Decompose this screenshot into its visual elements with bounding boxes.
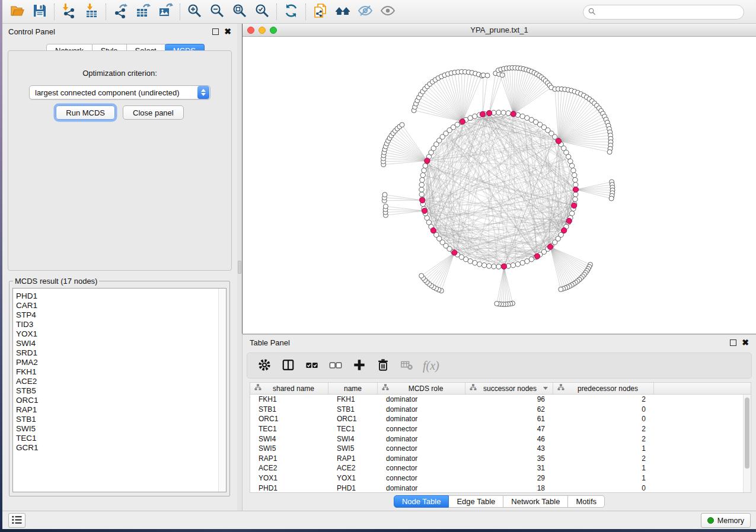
network-node[interactable]: [515, 262, 520, 267]
column-header-mcds-role[interactable]: MCDS role: [378, 383, 465, 394]
network-node[interactable]: [501, 110, 506, 115]
table-cell[interactable]: dominator: [378, 454, 465, 463]
network-node[interactable]: [419, 187, 424, 192]
table-scrollbar-thumb[interactable]: [745, 398, 749, 469]
network-node[interactable]: [607, 149, 612, 154]
table-cell[interactable]: SWI4: [328, 435, 378, 443]
mcds-result-item[interactable]: SWI4: [13, 339, 226, 348]
panel-splitter[interactable]: [237, 24, 242, 511]
close-panel-icon[interactable]: ✖: [224, 28, 231, 35]
mcds-result-item[interactable]: PHD1: [13, 291, 226, 301]
export-network-button[interactable]: [109, 2, 132, 21]
mcds-network-node[interactable]: [501, 264, 506, 269]
table-cell[interactable]: 29: [465, 474, 553, 482]
network-node[interactable]: [383, 204, 388, 209]
table-cell[interactable]: 31: [465, 464, 553, 472]
tab-edge-table[interactable]: Edge Table: [449, 495, 503, 508]
table-cell[interactable]: 2: [553, 425, 654, 433]
network-node[interactable]: [496, 110, 501, 115]
mcds-result-item[interactable]: GCR1: [13, 443, 226, 453]
mcds-result-item[interactable]: RAP1: [13, 405, 226, 415]
table-cell[interactable]: 1: [553, 444, 654, 453]
table-cell[interactable]: STB1: [328, 405, 378, 414]
table-cell[interactable]: SWI5: [328, 444, 378, 453]
table-cell[interactable]: 1: [553, 464, 654, 472]
table-scrollbar[interactable]: [743, 395, 751, 492]
fit-columns-button[interactable]: [278, 356, 298, 375]
mcds-network-node[interactable]: [534, 254, 540, 259]
mcds-result-item[interactable]: YOX1: [13, 329, 226, 339]
table-cell[interactable]: SWI4: [250, 435, 328, 443]
mcds-network-node[interactable]: [511, 111, 516, 117]
table-cell[interactable]: 35: [465, 454, 553, 463]
table-cell[interactable]: 0: [553, 484, 654, 492]
mcds-result-item[interactable]: STP4: [13, 310, 226, 320]
mcds-network-node[interactable]: [452, 250, 457, 255]
table-row[interactable]: FKH1FKH1dominator962: [250, 395, 751, 405]
table-cell[interactable]: dominator: [378, 415, 465, 423]
zoom-in-button[interactable]: [183, 2, 206, 21]
network-node[interactable]: [382, 193, 387, 197]
network-node[interactable]: [485, 73, 490, 78]
splitter-handle[interactable]: [238, 261, 241, 274]
network-node[interactable]: [568, 159, 573, 164]
mcds-network-node[interactable]: [572, 203, 577, 208]
network-node[interactable]: [572, 172, 576, 177]
first-neighbors-button[interactable]: [331, 2, 354, 21]
mcds-network-node[interactable]: [425, 158, 430, 164]
network-node[interactable]: [573, 197, 578, 201]
table-cell[interactable]: dominator: [378, 435, 465, 443]
table-cell[interactable]: 0: [553, 415, 654, 423]
mcds-result-item[interactable]: FKH1: [13, 367, 226, 377]
open-button[interactable]: [6, 2, 28, 21]
column-header-successor-nodes[interactable]: successor nodes: [465, 383, 553, 394]
mcds-result-item[interactable]: STB5: [13, 386, 226, 396]
zoom-fit-button[interactable]: [228, 2, 251, 21]
network-node[interactable]: [609, 196, 614, 201]
table-cell[interactable]: connector: [378, 474, 465, 482]
clone-network-button[interactable]: [309, 2, 331, 21]
network-node[interactable]: [420, 178, 425, 182]
table-cell[interactable]: TEC1: [250, 425, 328, 433]
table-cell[interactable]: 1: [553, 474, 654, 482]
delete-table-button[interactable]: [397, 356, 417, 375]
table-cell[interactable]: connector: [378, 464, 465, 472]
mcds-network-node[interactable]: [566, 218, 572, 223]
mcds-result-item[interactable]: SRD1: [13, 348, 226, 358]
search-field[interactable]: [583, 5, 744, 20]
mcds-network-node[interactable]: [480, 111, 485, 117]
export-table-button[interactable]: [132, 2, 154, 21]
mcds-network-node[interactable]: [487, 110, 492, 116]
save-button[interactable]: [28, 2, 51, 21]
tab-motifs[interactable]: Motifs: [568, 495, 605, 508]
import-table-button[interactable]: [80, 2, 103, 21]
network-node[interactable]: [420, 172, 425, 177]
mcds-network-node[interactable]: [422, 208, 427, 213]
table-row[interactable]: TEC1TEC1connector472: [250, 424, 751, 434]
table-cell[interactable]: ACE2: [250, 464, 328, 472]
apply-layout-button[interactable]: [280, 2, 302, 21]
mcds-result-item[interactable]: ORC1: [13, 396, 226, 405]
mcds-network-node[interactable]: [573, 187, 578, 192]
network-node[interactable]: [492, 264, 496, 269]
run-mcds-button[interactable]: Run MCDS: [56, 105, 115, 120]
table-cell[interactable]: 47: [465, 425, 553, 433]
table-cell[interactable]: RAP1: [328, 454, 378, 463]
mcds-result-item[interactable]: STB1: [13, 415, 226, 424]
network-node[interactable]: [525, 259, 529, 264]
network-node[interactable]: [573, 182, 578, 187]
table-cell[interactable]: 2: [553, 435, 654, 443]
network-node[interactable]: [569, 211, 574, 216]
network-node[interactable]: [419, 182, 424, 187]
network-node[interactable]: [419, 273, 424, 278]
table-cell[interactable]: ORC1: [250, 415, 328, 423]
network-node[interactable]: [573, 192, 578, 197]
table-settings-button[interactable]: [254, 356, 275, 375]
table-cell[interactable]: 0: [553, 405, 654, 414]
mcds-result-item[interactable]: PMA2: [13, 358, 226, 367]
network-node[interactable]: [473, 260, 477, 265]
table-cell[interactable]: FKH1: [250, 395, 328, 403]
mcds-network-node[interactable]: [460, 119, 465, 124]
table-cell[interactable]: connector: [378, 425, 465, 433]
mcds-result-item[interactable]: CAR1: [13, 301, 226, 310]
